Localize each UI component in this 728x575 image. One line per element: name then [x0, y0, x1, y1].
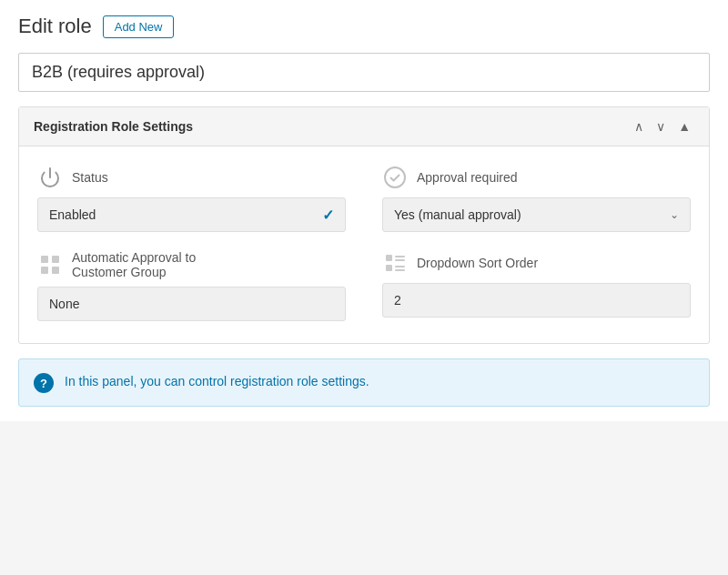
dropdown-sort-order-input[interactable] [382, 283, 691, 318]
svg-rect-6 [386, 255, 392, 261]
svg-rect-4 [41, 267, 48, 274]
status-select[interactable]: Enabled ✓ [37, 197, 346, 232]
approval-required-label-row: Approval required [382, 165, 691, 190]
section-header: Registration Role Settings ∧ ∨ ▲ [19, 107, 709, 146]
registration-role-settings-panel: Registration Role Settings ∧ ∨ ▲ [18, 106, 710, 344]
status-label: Status [72, 170, 108, 185]
auto-approval-value: None [49, 297, 79, 311]
section-collapse-button[interactable]: ▲ [674, 118, 694, 135]
dropdown-sort-order-label: Dropdown Sort Order [417, 256, 538, 270]
svg-rect-9 [386, 265, 392, 271]
svg-rect-2 [41, 256, 48, 263]
approval-required-value: Yes (manual approval) [394, 207, 521, 222]
info-text: In this panel, you can control registrat… [65, 372, 369, 391]
status-label-row: Status [37, 165, 346, 190]
approval-required-icon [382, 165, 408, 190]
auto-approval-label-row: Automatic Approval toCustomer Group [37, 250, 346, 279]
page-title: Edit role [18, 15, 92, 38]
section-title: Registration Role Settings [34, 119, 193, 134]
auto-approval-select[interactable]: None [37, 287, 346, 321]
fields-grid: Status Enabled ✓ [37, 165, 691, 321]
dropdown-sort-order-field-group: Dropdown Sort Order [382, 250, 691, 321]
info-icon: ? [34, 373, 54, 393]
section-body: Status Enabled ✓ [19, 146, 709, 343]
info-banner: ? In this panel, you can control registr… [18, 358, 710, 407]
svg-point-1 [385, 167, 405, 187]
role-name-input[interactable] [18, 53, 710, 92]
section-controls: ∧ ∨ ▲ [631, 118, 694, 135]
grid-icon [37, 252, 63, 277]
approval-required-dropdown[interactable]: Yes (manual approval) ⌄ [382, 197, 691, 232]
approval-required-field-group: Approval required Yes (manual approval) … [382, 165, 691, 232]
auto-approval-label: Automatic Approval toCustomer Group [72, 250, 196, 279]
dropdown-sort-order-label-row: Dropdown Sort Order [382, 250, 691, 276]
svg-rect-5 [52, 267, 59, 274]
status-checkmark: ✓ [322, 207, 334, 224]
section-up-button[interactable]: ∧ [631, 118, 647, 135]
add-new-button[interactable]: Add New [103, 15, 175, 38]
status-value: Enabled [49, 207, 96, 222]
section-down-button[interactable]: ∨ [652, 118, 669, 135]
dropdown-chevron-icon: ⌄ [670, 208, 679, 221]
power-icon [37, 165, 63, 190]
status-field-group: Status Enabled ✓ [37, 165, 346, 232]
page-header: Edit role Add New [18, 15, 710, 38]
approval-required-label: Approval required [417, 170, 518, 185]
sort-order-icon [382, 250, 408, 276]
svg-rect-3 [52, 256, 59, 263]
auto-approval-field-group: Automatic Approval toCustomer Group None [37, 250, 346, 321]
